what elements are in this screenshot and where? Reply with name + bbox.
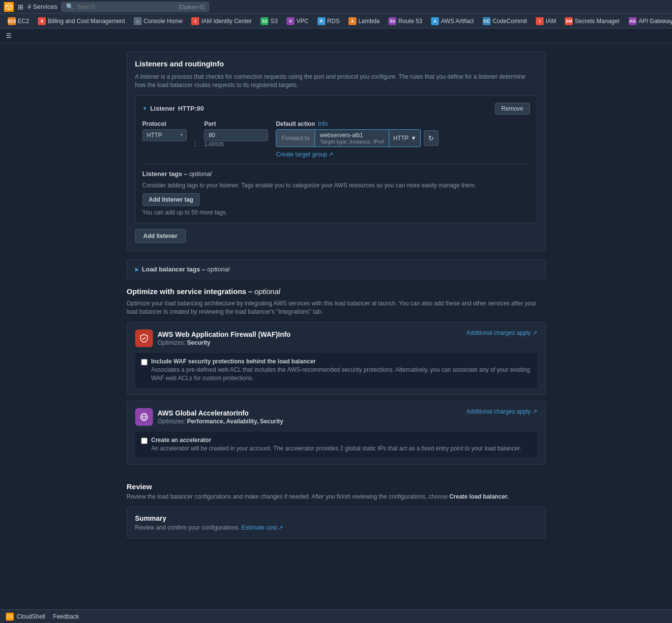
search-bar[interactable]: 🔍 [Option+S] (61, 2, 209, 12)
ga-charges-link[interactable]: Additional charges apply ↗ (467, 408, 537, 415)
ga-checkbox-content: Create an accelerator An accelerator wil… (151, 437, 522, 453)
tab-codecommit[interactable]: CC CodeCommit (479, 15, 531, 27)
tab-billing[interactable]: $ Billing and Cost Management (34, 15, 129, 27)
http-selector[interactable]: HTTP ▼ (389, 130, 420, 147)
estimate-external-icon: ↗ (278, 524, 283, 531)
target-combo[interactable]: Forward to webservers-alb1 Target type: … (276, 129, 421, 147)
waf-checkbox-label: Include WAF security protections behind … (151, 358, 531, 365)
service-tabs-bar: EC2 EC2 $ Billing and Cost Management ⌂ … (0, 14, 672, 29)
secrets-icon: SM (565, 17, 573, 25)
tab-ec2[interactable]: EC2 EC2 (4, 15, 33, 27)
summary-title: Summary (135, 514, 537, 522)
tab-ec2-label: EC2 (18, 18, 29, 25)
tab-apigw[interactable]: AG API Gateway (625, 15, 672, 27)
search-input[interactable] (77, 3, 176, 10)
tags-limit-text: You can add up to 50 more tags. (143, 209, 530, 216)
ga-title-row: AWS Global Accelerator Info Optimizes: P… (135, 408, 284, 426)
tab-artifact[interactable]: A AWS Artifact (427, 15, 478, 27)
waf-external-icon: ↗ (532, 329, 537, 336)
billing-icon: $ (38, 17, 46, 25)
s3-icon: S3 (261, 17, 268, 25)
listeners-routing-section: Listeners and routing Info A listener is… (127, 51, 546, 251)
lb-tags-section: ▶ Load balancer tags – optional (127, 259, 546, 279)
tab-s3-label: S3 (270, 18, 278, 25)
services-label[interactable]: # Services (28, 3, 58, 10)
waf-info-link[interactable]: Info (278, 330, 291, 338)
waf-name: AWS Web Application Firewall (WAF) (158, 330, 278, 338)
tab-vpc-label: VPC (296, 18, 309, 25)
tab-rds-label: RDS (327, 18, 340, 25)
listener-tags-section: Listener tags – optional Consider adding… (143, 164, 530, 216)
lambda-icon: λ (349, 17, 356, 25)
add-listener-tag-button[interactable]: Add listener tag (143, 193, 200, 206)
tab-vpc[interactable]: V VPC (283, 15, 313, 27)
tab-iam[interactable]: I IAM (532, 15, 560, 27)
waf-checkbox[interactable] (141, 359, 147, 365)
search-icon: 🔍 (66, 3, 74, 10)
sidebar-toggle[interactable]: ☰ (0, 29, 672, 43)
protocol-select-wrapper[interactable]: HTTP HTTPS (143, 129, 187, 141)
lb-tags-expand-icon[interactable]: ▶ (135, 267, 139, 272)
tab-iam-label: IAM (546, 18, 556, 25)
waf-charges-link[interactable]: Additional charges apply ↗ (467, 329, 537, 336)
aws-logo[interactable] (4, 2, 14, 12)
console-icon: ⌂ (134, 17, 142, 25)
protocol-label: Protocol (143, 120, 187, 127)
colon-separator: : (195, 140, 197, 148)
ga-optimizes: Optimizes: Performance, Availability, Se… (158, 418, 284, 425)
tab-secrets[interactable]: SM Secrets Manager (561, 15, 623, 27)
collapse-icon[interactable]: ▼ (143, 106, 147, 111)
add-listener-button[interactable]: Add listener (135, 229, 186, 243)
target-group-value[interactable]: webservers-alb1 Target type: Instance, I… (315, 130, 389, 147)
ga-info-link[interactable]: Info (236, 409, 249, 417)
tab-iam-identity[interactable]: I IAM Identity Center (187, 15, 256, 27)
listener-form-row: Protocol HTTP HTTPS : Port (143, 120, 530, 158)
top-nav-bar: ⊞ # Services 🔍 [Option+S] (0, 0, 672, 14)
rds-icon: R (318, 17, 325, 25)
protocol-group: Protocol HTTP HTTPS (143, 120, 187, 141)
vpc-icon: V (287, 17, 294, 25)
summary-box: Summary Review and confirm your configur… (127, 507, 546, 538)
listener-header: ▼ Listener HTTP:80 Remove (143, 103, 530, 115)
tab-route53[interactable]: 53 Route 53 (384, 15, 426, 27)
external-link-icon: ↗ (328, 151, 333, 158)
tab-secrets-label: Secrets Manager (575, 18, 619, 25)
port-label: Port (204, 120, 268, 127)
estimate-cost-link[interactable]: Estimate cost ↗ (241, 524, 283, 531)
tab-s3[interactable]: S3 S3 (257, 15, 282, 27)
ga-checkbox[interactable] (141, 438, 147, 444)
review-section: Review Review the load balancer configur… (127, 482, 546, 538)
grid-icon[interactable]: ⊞ (18, 3, 24, 11)
tab-route53-label: Route 53 (398, 18, 422, 25)
protocol-select[interactable]: HTTP HTTPS (143, 129, 187, 141)
remove-listener-button[interactable]: Remove (495, 103, 530, 115)
port-input[interactable] (204, 129, 268, 141)
tab-codecommit-label: CodeCommit (493, 18, 527, 25)
waf-optimizes: Optimizes: Security (158, 339, 291, 346)
artifact-icon: A (431, 17, 439, 25)
waf-title-row: AWS Web Application Firewall (WAF) Info … (135, 329, 291, 347)
ga-checkbox-row: Create an accelerator An accelerator wil… (135, 432, 537, 458)
tab-lambda[interactable]: λ Lambda (345, 15, 383, 27)
default-action-group: Default action Info Forward to webserver… (276, 120, 438, 158)
create-target-group-link[interactable]: Create target group ↗ (276, 151, 438, 158)
tab-console[interactable]: ⌂ Console Home (130, 15, 186, 27)
listeners-info-link[interactable]: Info (210, 59, 224, 68)
default-action-label: Default action (276, 120, 315, 127)
refresh-button[interactable]: ↻ (424, 130, 438, 146)
optimize-section: Optimize with service integrations – opt… (127, 287, 546, 475)
forward-to-label: Forward to (276, 130, 315, 147)
tab-rds[interactable]: R RDS (314, 15, 344, 27)
default-action-info-link[interactable]: Info (318, 120, 328, 127)
listeners-description: A listener is a process that checks for … (135, 73, 537, 89)
codecommit-icon: CC (483, 17, 491, 25)
waf-integration-card: AWS Web Application Firewall (WAF) Info … (127, 322, 546, 395)
listener-label: Listener (150, 105, 175, 112)
target-group-type: Target type: Instance, IPv4 (320, 139, 384, 145)
ga-checkbox-label: Create an accelerator (151, 437, 522, 444)
http-dropdown-icon: ▼ (410, 135, 416, 142)
ga-external-icon: ↗ (532, 408, 537, 415)
hamburger-icon[interactable]: ☰ (6, 32, 12, 39)
ga-header: AWS Global Accelerator Info Optimizes: P… (135, 408, 537, 426)
listener-title-row: ▼ Listener HTTP:80 (143, 105, 204, 112)
